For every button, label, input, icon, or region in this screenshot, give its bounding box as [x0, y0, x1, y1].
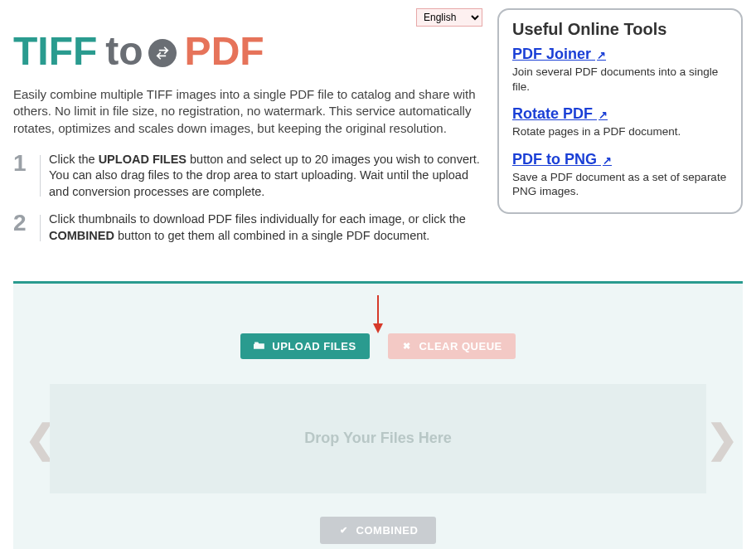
tool-link-pdf-joiner[interactable]: PDF Joiner ↗	[512, 46, 606, 62]
logo-word-to: to	[105, 32, 176, 71]
check-icon: ✔	[338, 525, 350, 536]
file-dropzone[interactable]: Drop Your Files Here	[50, 384, 706, 493]
upload-workarea: UPLOAD FILES ✖ CLEAR QUEUE ❮ Drop Your F…	[13, 281, 743, 549]
carousel-next-button[interactable]: ❯	[706, 420, 731, 458]
external-link-icon: ↗	[598, 109, 608, 121]
dropzone-placeholder: Drop Your Files Here	[304, 430, 451, 447]
clear-queue-button[interactable]: ✖ CLEAR QUEUE	[388, 333, 516, 359]
external-link-icon: ↗	[597, 49, 606, 61]
step-2-text: Click thumbnails to download PDF files i…	[49, 211, 482, 244]
logo-word-pdf: PDF	[185, 32, 264, 71]
sidebar-title: Useful Online Tools	[512, 20, 728, 39]
useful-tools-sidebar: Useful Online Tools PDF Joiner ↗ Join se…	[497, 8, 743, 214]
tool-pdf-to-png: PDF to PNG ↗ Save a PDF document as a se…	[512, 151, 728, 199]
step-1: 1 Click the UPLOAD FILES button and sele…	[13, 152, 482, 201]
tool-rotate-pdf: Rotate PDF ↗ Rotate pages in a PDF docum…	[512, 105, 728, 139]
step-2: 2 Click thumbnails to download PDF files…	[13, 211, 482, 244]
upload-files-button[interactable]: UPLOAD FILES	[240, 333, 369, 359]
external-link-icon: ↗	[603, 154, 612, 167]
intro-text: Easily combine multiple TIFF images into…	[13, 86, 482, 137]
tool-link-pdf-to-png[interactable]: PDF to PNG ↗	[512, 151, 612, 168]
tool-pdf-joiner: PDF Joiner ↗ Join several PDF documents …	[512, 46, 728, 94]
swap-icon	[148, 39, 177, 67]
folder-icon	[254, 340, 265, 352]
svg-marker-1	[373, 323, 383, 333]
language-select[interactable]: English	[416, 8, 482, 27]
site-logo: TIFF to PDF	[13, 32, 482, 71]
tool-link-rotate-pdf[interactable]: Rotate PDF ↗	[512, 105, 608, 122]
combined-download-button[interactable]: ✔ COMBINED	[320, 517, 437, 544]
carousel-prev-button[interactable]: ❮	[25, 420, 50, 458]
pointer-arrow-icon	[370, 294, 386, 333]
close-icon: ✖	[401, 341, 413, 352]
step-1-text: Click the UPLOAD FILES button and select…	[49, 152, 482, 201]
logo-word-tiff: TIFF	[13, 32, 97, 71]
instruction-steps: 1 Click the UPLOAD FILES button and sele…	[13, 152, 482, 245]
